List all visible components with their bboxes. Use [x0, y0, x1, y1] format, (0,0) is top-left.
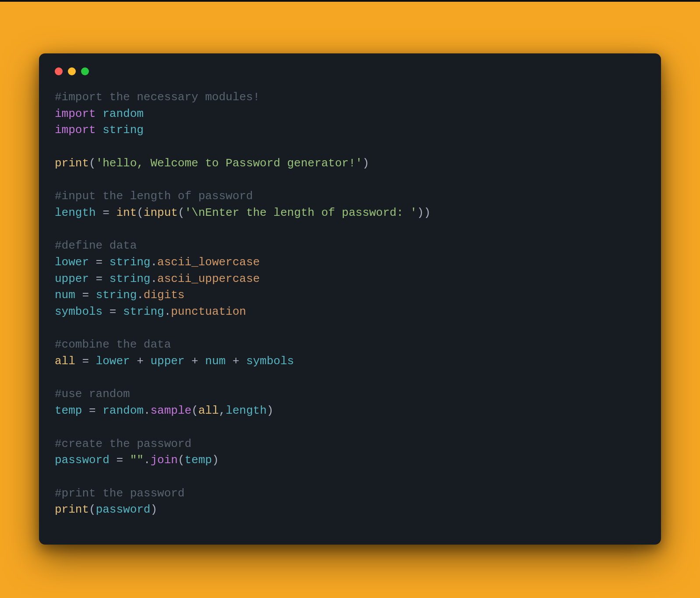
- code-comment: #define data: [55, 239, 137, 252]
- code-attr: digits: [144, 288, 185, 302]
- code-op: =: [110, 454, 130, 467]
- code-window: #import the necessary modules! import ra…: [39, 53, 661, 545]
- code-object: string: [96, 288, 137, 302]
- code-object: random: [103, 404, 144, 417]
- close-icon[interactable]: [55, 67, 63, 75]
- code-punct: .: [144, 454, 151, 467]
- code-keyword: import: [55, 123, 96, 137]
- code-punct: ,: [219, 404, 226, 417]
- code-var: num: [205, 355, 226, 368]
- code-builtin: print: [55, 503, 89, 516]
- code-builtin: int: [116, 206, 137, 219]
- code-op: =: [89, 256, 110, 269]
- code-punct: (: [178, 206, 185, 219]
- code-op: =: [103, 305, 123, 318]
- code-var: password: [55, 454, 110, 467]
- code-string: '\nEnter the length of password: ': [184, 206, 417, 219]
- code-attr: ascii_uppercase: [157, 272, 260, 285]
- code-op: =: [96, 206, 117, 219]
- code-arg: all: [198, 404, 219, 417]
- minimize-icon[interactable]: [68, 67, 76, 75]
- code-object: string: [110, 256, 151, 269]
- code-method: join: [150, 454, 177, 467]
- code-var: upper: [55, 272, 89, 285]
- traffic-lights: [55, 67, 645, 75]
- code-punct: ): [417, 206, 424, 219]
- code-punct: (: [191, 404, 198, 417]
- code-punct: .: [150, 256, 157, 269]
- code-comment: #input the length of password: [55, 190, 253, 203]
- code-var: lower: [55, 256, 89, 269]
- page-top-border: [0, 0, 700, 2]
- code-punct: .: [144, 404, 151, 417]
- code-op: +: [130, 355, 151, 368]
- code-arg: temp: [185, 454, 212, 467]
- code-var: lower: [96, 355, 130, 368]
- code-arg: password: [96, 503, 151, 516]
- code-method: sample: [150, 404, 191, 417]
- code-op: =: [75, 355, 96, 368]
- code-punct: .: [150, 272, 157, 285]
- code-var: num: [55, 288, 75, 302]
- code-string: "": [130, 454, 144, 467]
- code-string: 'hello, Welcome to Password generator!': [96, 157, 363, 170]
- code-punct: (: [89, 503, 96, 516]
- code-module: random: [103, 107, 144, 120]
- code-punct: ): [267, 404, 274, 417]
- code-comment: #use random: [55, 387, 130, 401]
- code-comment: #import the necessary modules!: [55, 91, 260, 104]
- maximize-icon[interactable]: [81, 67, 89, 75]
- code-punct: .: [137, 288, 144, 302]
- code-builtin: input: [144, 206, 178, 219]
- code-object: string: [110, 272, 151, 285]
- code-op: =: [75, 288, 96, 302]
- code-op: =: [89, 272, 110, 285]
- code-punct: (: [178, 454, 185, 467]
- code-punct: (: [137, 206, 144, 219]
- code-module: string: [103, 123, 144, 137]
- code-var: symbols: [246, 355, 294, 368]
- code-comment: #print the password: [55, 487, 184, 500]
- code-block: #import the necessary modules! import ra…: [55, 89, 645, 518]
- code-builtin: all: [55, 355, 75, 368]
- code-keyword: import: [55, 107, 96, 120]
- code-object: string: [123, 305, 164, 318]
- code-comment: #create the password: [55, 437, 191, 450]
- code-punct: ): [150, 503, 157, 516]
- code-punct: ): [362, 157, 369, 170]
- code-arg: length: [226, 404, 267, 417]
- code-op: =: [82, 404, 103, 417]
- code-op: +: [184, 355, 205, 368]
- code-comment: #combine the data: [55, 338, 171, 351]
- code-var: upper: [150, 355, 184, 368]
- code-punct: ): [212, 454, 219, 467]
- code-var: length: [55, 206, 96, 219]
- code-attr: punctuation: [171, 305, 246, 318]
- code-builtin: print: [55, 157, 89, 170]
- code-var: symbols: [55, 305, 103, 318]
- code-punct: (: [89, 157, 96, 170]
- code-punct: .: [164, 305, 171, 318]
- code-attr: ascii_lowercase: [157, 256, 260, 269]
- code-punct: ): [424, 206, 431, 219]
- code-op: +: [226, 355, 246, 368]
- code-var: temp: [55, 404, 82, 417]
